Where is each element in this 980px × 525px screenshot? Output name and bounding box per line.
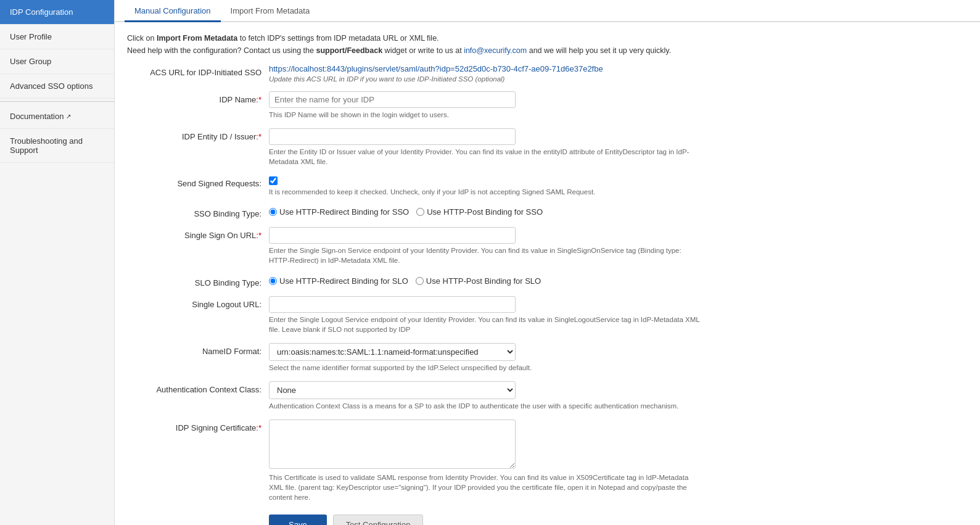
button-row: Save Test Configuration — [127, 515, 968, 525]
nameid-field: urn:oasis:names:tc:SAML:1.1:nameid-forma… — [269, 343, 701, 373]
cert-textarea[interactable] — [269, 420, 516, 469]
send-signed-label: Send Signed Requests: — [127, 175, 269, 188]
sidebar-item-troubleshooting[interactable]: Troubleshooting and Support — [0, 129, 114, 163]
acs-url-value: https://localhost:8443/plugins/servlet/s… — [269, 64, 701, 73]
tabs-bar: Manual Configuration Import From Metadat… — [115, 0, 980, 22]
sso-url-hint: Enter the Single Sign-on Service endpoin… — [269, 246, 701, 265]
sso-binding-row: SSO Binding Type: Use HTTP-Redirect Bind… — [127, 205, 968, 218]
slo-url-field: Enter the Single Logout Service endpoint… — [269, 296, 701, 334]
nameid-label: NameID Format: — [127, 343, 269, 356]
sidebar-divider — [0, 101, 114, 102]
sidebar-item-user-group[interactable]: User Group — [0, 49, 114, 74]
idp-entity-hint: Enter the Entity ID or Issuer value of y… — [269, 147, 701, 167]
acs-url-field: https://localhost:8443/plugins/servlet/s… — [269, 64, 701, 83]
sso-post-option[interactable]: Use HTTP-Post Binding for SSO — [416, 207, 543, 217]
nameid-select[interactable]: urn:oasis:names:tc:SAML:1.1:nameid-forma… — [269, 343, 516, 361]
sso-redirect-radio[interactable] — [269, 208, 277, 216]
slo-redirect-option[interactable]: Use HTTP-Redirect Binding for SLO — [269, 276, 408, 286]
tab-manual-configuration[interactable]: Manual Configuration — [125, 0, 221, 22]
idp-entity-field: Enter the Entity ID or Issuer value of y… — [269, 128, 701, 167]
tab-import-from-metadata[interactable]: Import From Metadata — [221, 0, 320, 22]
sso-url-field: Enter the Single Sign-on Service endpoin… — [269, 227, 701, 265]
main-content: Manual Configuration Import From Metadat… — [115, 0, 980, 525]
idp-name-label: IDP Name:* — [127, 91, 269, 104]
idp-entity-row: IDP Entity ID / Issuer:* Enter the Entit… — [127, 128, 968, 167]
content-area: Click on Import From Metadata to fetch I… — [115, 22, 980, 525]
auth-context-row: Authentication Context Class: None Passw… — [127, 381, 968, 411]
send-signed-hint: It is recommended to keep it checked. Un… — [269, 187, 701, 197]
sso-redirect-option[interactable]: Use HTTP-Redirect Binding for SSO — [269, 207, 409, 217]
slo-redirect-radio[interactable] — [269, 277, 277, 285]
info-box: Click on Import From Metadata to fetch I… — [127, 32, 968, 57]
cert-field: This Certificate is used to validate SAM… — [269, 420, 701, 502]
slo-binding-label: SLO Binding Type: — [127, 275, 269, 287]
form-section: ACS URL for IDP-Initiated SSO https://lo… — [127, 64, 968, 525]
test-configuration-button[interactable]: Test Configuration — [333, 515, 424, 525]
auth-context-hint: Authentication Context Class is a means … — [269, 401, 701, 411]
slo-binding-field: Use HTTP-Redirect Binding for SLO Use HT… — [269, 275, 701, 286]
save-button[interactable]: Save — [269, 515, 327, 525]
send-signed-checkbox[interactable] — [269, 176, 278, 185]
slo-url-row: Single Logout URL: Enter the Single Logo… — [127, 296, 968, 334]
slo-url-input[interactable] — [269, 296, 516, 313]
cert-hint: This Certificate is used to validate SAM… — [269, 473, 701, 502]
idp-name-hint: This IDP Name will be shown in the login… — [269, 110, 701, 120]
support-email-link[interactable]: info@xecurify.com — [464, 46, 527, 55]
idp-name-row: IDP Name:* This IDP Name will be shown i… — [127, 91, 968, 120]
sso-binding-field: Use HTTP-Redirect Binding for SSO Use HT… — [269, 205, 701, 217]
nameid-hint: Select the name identifier format suppor… — [269, 363, 701, 373]
acs-url-hint: Update this ACS URL in IDP if you want t… — [269, 75, 701, 83]
send-signed-row: Send Signed Requests: It is recommended … — [127, 175, 968, 197]
slo-binding-row: SLO Binding Type: Use HTTP-Redirect Bind… — [127, 275, 968, 287]
info-line-1: Click on Import From Metadata to fetch I… — [127, 32, 968, 44]
sidebar-item-idp-configuration[interactable]: IDP Configuration — [0, 0, 114, 25]
acs-url-row: ACS URL for IDP-Initiated SSO https://lo… — [127, 64, 968, 83]
acs-url-label: ACS URL for IDP-Initiated SSO — [127, 64, 269, 77]
auth-context-field: None PasswordProtectedTransport Password… — [269, 381, 701, 411]
slo-url-label: Single Logout URL: — [127, 296, 269, 309]
sso-post-radio[interactable] — [416, 208, 424, 216]
external-link-icon: ↗ — [66, 113, 71, 120]
sso-url-label: Single Sign On URL:* — [127, 227, 269, 240]
idp-name-input[interactable] — [269, 91, 516, 108]
sidebar: IDP Configuration User Profile User Grou… — [0, 0, 115, 525]
slo-post-radio[interactable] — [416, 277, 424, 285]
idp-entity-label: IDP Entity ID / Issuer:* — [127, 128, 269, 141]
slo-url-hint: Enter the Single Logout Service endpoint… — [269, 315, 701, 334]
sidebar-item-user-profile[interactable]: User Profile — [0, 25, 114, 49]
sidebar-item-documentation[interactable]: Documentation ↗ — [0, 104, 114, 129]
slo-post-option[interactable]: Use HTTP-Post Binding for SLO — [416, 276, 541, 286]
auth-context-select[interactable]: None PasswordProtectedTransport Password… — [269, 381, 516, 399]
sso-url-row: Single Sign On URL:* Enter the Single Si… — [127, 227, 968, 265]
idp-name-field: This IDP Name will be shown in the login… — [269, 91, 701, 120]
nameid-row: NameID Format: urn:oasis:names:tc:SAML:1… — [127, 343, 968, 373]
info-line-2: Need help with the configuration? Contac… — [127, 44, 968, 57]
idp-entity-input[interactable] — [269, 128, 516, 145]
auth-context-label: Authentication Context Class: — [127, 381, 269, 394]
cert-label: IDP Signing Certificate:* — [127, 420, 269, 432]
sso-url-input[interactable] — [269, 227, 516, 244]
sso-binding-label: SSO Binding Type: — [127, 205, 269, 218]
cert-row: IDP Signing Certificate:* This Certifica… — [127, 420, 968, 502]
sidebar-item-advanced-sso-options[interactable]: Advanced SSO options — [0, 74, 114, 99]
send-signed-field: It is recommended to keep it checked. Un… — [269, 175, 701, 197]
